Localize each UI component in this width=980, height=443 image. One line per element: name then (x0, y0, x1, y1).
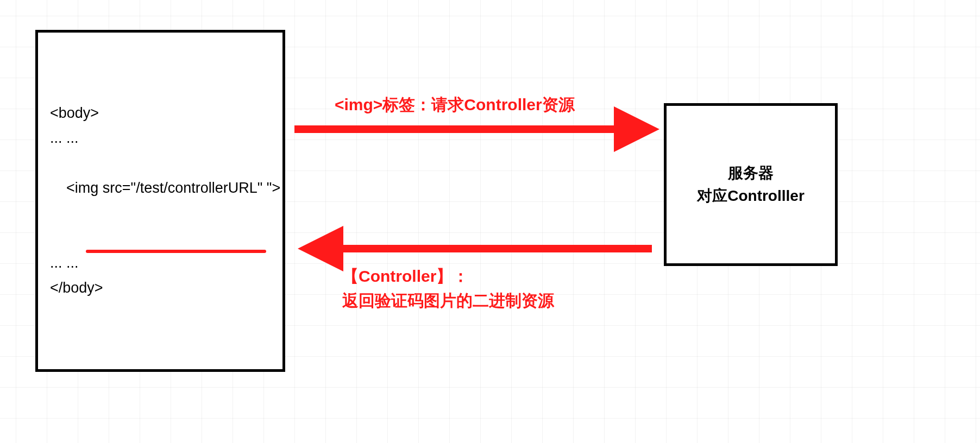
code-line: ... ... (50, 251, 271, 276)
red-underline (86, 250, 266, 253)
response-label-line2: 返回验证码图片的二进制资源 (342, 288, 554, 313)
response-label-line1: 【Controller】： (342, 264, 554, 288)
request-arrow-label: <img>标签：请求Controller资源 (335, 92, 575, 117)
code-line: <body> (50, 101, 271, 126)
server-box: 服务器 对应Controlller (664, 103, 838, 266)
client-code-box: <body> ... ... <img src="/test/controlle… (35, 30, 285, 372)
server-line2: 对应Controlller (697, 185, 805, 207)
code-line-img-text: <img src="/test/controllerURL" "> (66, 180, 280, 196)
response-arrow-label: 【Controller】： 返回验证码图片的二进制资源 (342, 264, 554, 313)
code-line: ... ... (50, 126, 271, 151)
code-line-img: <img src="/test/controllerURL" "> (50, 151, 271, 251)
code-line: </body> (50, 276, 271, 301)
server-box-text: 服务器 对应Controlller (697, 162, 805, 207)
server-line1: 服务器 (697, 162, 805, 185)
request-label-text: <img>标签：请求Controller资源 (335, 96, 575, 113)
